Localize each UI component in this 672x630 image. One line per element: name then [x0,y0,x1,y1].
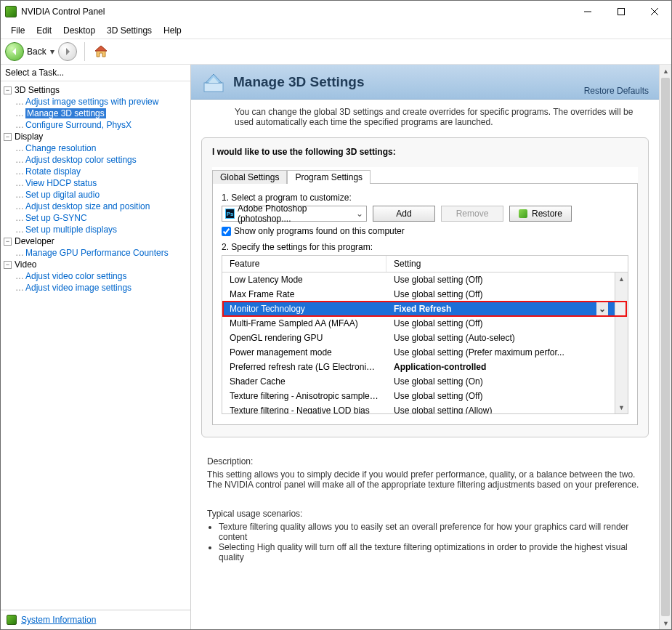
svg-rect-1 [204,83,223,92]
setting-value[interactable]: Fixed Refresh⌄ [386,302,615,315]
tree-group-display[interactable]: Display [15,132,43,142]
sidebar-item-manage-3d[interactable]: Manage 3D settings [25,108,106,118]
window-title: NVIDIA Control Panel [21,7,571,17]
setting-value[interactable]: Use global setting (Off) [386,275,615,285]
setting-value[interactable]: Use global setting (Off) [386,391,615,401]
sidebar-item-multiple-displays[interactable]: Set up multiple displays [25,225,117,235]
home-icon[interactable] [92,43,110,60]
settings-list[interactable]: ▲ ▼ Low Latency ModeUse global setting (… [222,272,628,413]
sidebar-item-gsync[interactable]: Set up G-SYNC [25,213,87,223]
toolbar: Back ▾ [1,39,671,65]
photoshop-icon: Ps [225,209,235,219]
sidebar-item-video-color[interactable]: Adjust video color settings [25,271,126,281]
setting-value[interactable]: Use global setting (Prefer maximum perfo… [386,347,615,358]
col-feature[interactable]: Feature [222,256,386,272]
task-tree: −3D Settings …Adjust image settings with… [1,81,190,610]
forward-button[interactable] [58,42,77,61]
intro-text: You can change the global 3D settings an… [191,100,659,133]
setting-feature: Monitor Technology [222,304,386,314]
tree-toggle-icon[interactable]: − [4,261,12,269]
add-button[interactable]: Add [373,206,435,222]
step2-label: 2. Specify the settings for this program… [222,242,628,252]
close-button[interactable] [638,1,671,23]
scroll-up-icon[interactable]: ▲ [615,272,628,285]
chevron-down-icon: ⌄ [596,302,608,315]
setting-feature: Low Latency Mode [222,275,386,285]
setting-value[interactable]: Use global setting (On) [386,376,615,387]
menu-help[interactable]: Help [158,24,187,37]
sidebar-item-desktop-size-position[interactable]: Adjust desktop size and position [25,201,150,211]
sidebar-item-adjust-image[interactable]: Adjust image settings with preview [25,97,158,107]
sidebar-item-rotate-display[interactable]: Rotate display [25,166,81,177]
tree-toggle-icon[interactable]: − [4,86,12,94]
setting-row[interactable]: Power management modeUse global setting … [222,345,628,360]
step1-label: 1. Select a program to customize: [222,193,628,203]
nvidia-icon [519,209,527,218]
tab-global-settings[interactable]: Global Settings [212,170,287,184]
scrollbar-thumb[interactable] [661,78,670,616]
scroll-down-icon[interactable]: ▼ [660,617,672,629]
setting-row[interactable]: Monitor TechnologyFixed Refresh⌄ [222,302,628,316]
minimize-button[interactable] [571,1,604,23]
main-scrollbar[interactable]: ▲ ▼ [659,65,671,629]
setting-value[interactable]: Use global setting (Off) [386,318,615,328]
description-text: This setting allows you to simply decide… [207,469,643,490]
tree-group-video[interactable]: Video [15,259,36,270]
system-information-link[interactable]: System Information [21,615,96,625]
setting-row[interactable]: Low Latency ModeUse global setting (Off) [222,272,628,287]
chevron-down-icon: ⌄ [356,209,363,219]
header-icon [201,70,226,94]
setting-feature: Multi-Frame Sampled AA (MFAA) [222,318,386,328]
page-title: Manage 3D Settings [233,74,577,90]
restore-button[interactable]: Restore [509,206,572,222]
remove-button: Remove [441,206,503,222]
setting-row[interactable]: Preferred refresh rate (LG Electronics L… [222,360,628,374]
app-icon [5,6,17,17]
setting-value[interactable]: Application-controlled [386,362,615,372]
setting-row[interactable]: OpenGL rendering GPUUse global setting (… [222,331,628,345]
setting-feature: Max Frame Rate [222,289,386,299]
menu-edit[interactable]: Edit [31,24,57,37]
setting-row[interactable]: Max Frame RateUse global setting (Off) [222,287,628,302]
back-button[interactable] [5,42,24,61]
setting-feature: Preferred refresh rate (LG Electronics L… [222,362,386,372]
col-setting[interactable]: Setting [386,256,628,272]
sidebar-item-video-image[interactable]: Adjust video image settings [25,283,131,293]
menu-bar: File Edit Desktop 3D Settings Help [1,23,671,39]
setting-feature: Power management mode [222,347,386,358]
back-history-dropdown[interactable]: ▾ [49,47,55,57]
maximize-button[interactable] [604,1,638,23]
svg-rect-0 [618,9,625,15]
sidebar-item-gpu-counters[interactable]: Manage GPU Performance Counters [25,248,169,258]
setting-feature: Shader Cache [222,376,386,387]
setting-value[interactable]: Use global setting (Auto-select) [386,333,615,343]
scroll-up-icon[interactable]: ▲ [660,65,672,77]
program-select[interactable]: Ps Adobe Photoshop (photoshop.... ⌄ [222,206,367,222]
setting-value[interactable]: Use global setting (Allow) [386,405,615,413]
tree-toggle-icon[interactable]: − [4,133,12,141]
tree-group-3d[interactable]: 3D Settings [15,85,60,95]
setting-value[interactable]: Use global setting (Off) [386,289,615,299]
tab-program-settings[interactable]: Program Settings [287,170,371,184]
setting-row[interactable]: Shader CacheUse global setting (On) [222,374,628,389]
tree-group-developer[interactable]: Developer [15,236,54,246]
restore-defaults-link[interactable]: Restore Defaults [584,86,649,96]
panel-lead: I would like to use the following 3D set… [212,147,638,157]
sidebar-item-adjust-desktop-color[interactable]: Adjust desktop color settings [25,155,137,165]
scroll-down-icon[interactable]: ▼ [615,401,628,413]
scenarios-label: Typical usage scenarios: [207,509,643,519]
setting-row[interactable]: Texture filtering - Anisotropic sample o… [222,389,628,403]
menu-desktop[interactable]: Desktop [57,24,101,37]
nvidia-icon [7,615,17,625]
sidebar-item-change-resolution[interactable]: Change resolution [25,143,96,153]
tree-toggle-icon[interactable]: − [4,238,12,246]
sidebar-item-view-hdcp[interactable]: View HDCP status [25,178,97,188]
show-only-checkbox[interactable] [222,227,231,236]
menu-file[interactable]: File [5,24,31,37]
back-label: Back [27,47,46,57]
sidebar-item-digital-audio[interactable]: Set up digital audio [25,190,100,200]
setting-row[interactable]: Multi-Frame Sampled AA (MFAA)Use global … [222,316,628,331]
setting-row[interactable]: Texture filtering - Negative LOD biasUse… [222,403,628,413]
menu-3d-settings[interactable]: 3D Settings [101,24,158,37]
sidebar-item-configure-surround[interactable]: Configure Surround, PhysX [25,120,131,130]
